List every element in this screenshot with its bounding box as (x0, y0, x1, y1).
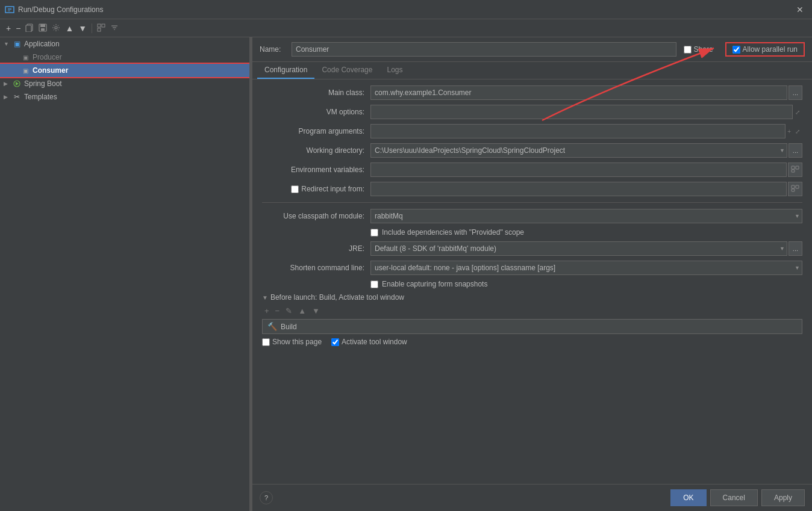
vm-options-row: VM options: ⤢ (262, 105, 802, 119)
svg-rect-0 (5, 7, 14, 13)
env-vars-label: Environment variables: (262, 166, 370, 174)
parallel-run-label: Allow parallel run (743, 45, 798, 54)
templates-icon: ✂ (12, 92, 22, 102)
settings-button[interactable] (49, 22, 63, 34)
program-args-expand-button[interactable]: ⤢ (793, 128, 802, 135)
svg-rect-17 (792, 166, 795, 169)
window-title: Run/Debug Configurations (18, 5, 793, 14)
build-item: 🔨 Build (262, 319, 802, 334)
before-launch-up-button[interactable]: ▲ (296, 305, 308, 317)
copy-config-button[interactable] (23, 22, 36, 34)
name-field-label: Name: (260, 45, 287, 54)
apply-button[interactable]: Apply (761, 489, 805, 506)
remove-config-button[interactable]: − (13, 23, 23, 34)
redirect-input[interactable] (370, 182, 787, 196)
expand-arrow-templates: ▶ (4, 94, 11, 100)
sort-button[interactable] (95, 22, 108, 34)
move-up-button[interactable]: ▲ (63, 23, 76, 34)
expand-arrow-spring-boot: ▶ (4, 81, 11, 87)
build-icon: 🔨 (267, 322, 277, 331)
share-checkbox[interactable] (684, 46, 692, 54)
program-args-input[interactable] (370, 124, 785, 138)
add-config-button[interactable]: + (4, 23, 13, 34)
before-launch-header: ▼ Before launch: Build, Activate tool wi… (262, 293, 802, 302)
main-class-browse-button[interactable]: ... (789, 85, 802, 100)
activate-tool-checkbox[interactable] (331, 338, 339, 346)
before-launch-remove-button[interactable]: − (273, 305, 283, 317)
name-input[interactable] (292, 42, 676, 57)
config-content: Main class: ... VM options: ⤢ Program ar… (252, 79, 812, 484)
jre-browse-button[interactable]: ... (789, 241, 802, 256)
application-label: Application (24, 40, 60, 48)
tab-logs[interactable]: Logs (379, 62, 410, 79)
tree-item-consumer[interactable]: ▣ Consumer (0, 64, 249, 77)
tree-item-templates[interactable]: ▶ ✂ Templates (0, 90, 249, 104)
tree-item-application[interactable]: ▼ ▣ Application (0, 37, 249, 51)
bottom-checkboxes: Show this page Activate tool window (262, 338, 802, 346)
redirect-checkbox[interactable] (291, 185, 299, 193)
working-dir-browse-button[interactable]: ... (789, 143, 802, 158)
classpath-row: Use classpath of module: rabbitMq ▼ (262, 209, 802, 223)
program-args-expand-plus-button[interactable]: + (785, 128, 793, 135)
shorten-cmd-select[interactable]: user-local default: none - java [options… (370, 261, 802, 275)
shorten-cmd-row: Shorten command line: user-local default… (262, 261, 802, 275)
before-launch-edit-button[interactable]: ✎ (283, 305, 295, 317)
enable-snapshots-checkbox[interactable] (370, 280, 378, 288)
jre-select[interactable]: Default (8 - SDK of 'rabbitMq' module) (370, 241, 787, 256)
env-vars-browse-button[interactable] (788, 163, 802, 177)
expand-arrow-application: ▼ (4, 41, 11, 47)
classpath-select[interactable]: rabbitMq (370, 209, 802, 223)
before-launch-add-button[interactable]: + (262, 305, 272, 317)
toolbar: + − ▲ ▼ (0, 19, 812, 37)
share-area: Share Allow parallel run (684, 42, 805, 57)
tab-code-coverage[interactable]: Code Coverage (314, 62, 379, 79)
before-launch-toolbar: + − ✎ ▲ ▼ (262, 305, 802, 317)
enable-snapshots-row: Enable capturing form snapshots (262, 280, 802, 288)
env-vars-input[interactable] (370, 163, 787, 177)
save-config-button[interactable] (36, 22, 49, 34)
vm-options-label: VM options: (262, 108, 370, 116)
consumer-icon: ▣ (20, 66, 30, 75)
left-panel: ▼ ▣ Application ▣ Producer ▣ Consumer ▶ (0, 37, 250, 511)
producer-label: Producer (33, 53, 62, 61)
parallel-run-checkbox[interactable] (732, 46, 740, 54)
svg-rect-6 (40, 24, 45, 27)
svg-rect-22 (792, 189, 795, 191)
help-button[interactable]: ? (260, 491, 273, 504)
show-page-label: Show this page (272, 338, 322, 346)
redirect-browse-button[interactable] (788, 182, 802, 196)
tab-configuration[interactable]: Configuration (257, 62, 314, 79)
jre-row: JRE: Default (8 - SDK of 'rabbitMq' modu… (262, 241, 802, 256)
share-label: Share (694, 45, 713, 54)
right-panel: Name: Share Allow parallel run Configura… (252, 37, 812, 511)
tree-item-producer[interactable]: ▣ Producer (0, 51, 249, 64)
main-class-input[interactable] (370, 85, 787, 100)
svg-rect-4 (26, 25, 31, 32)
tabs-bar: Configuration Code Coverage Logs (252, 62, 812, 79)
show-page-item: Show this page (262, 338, 322, 346)
jre-label: JRE: (262, 244, 370, 253)
close-button[interactable]: ✕ (793, 4, 807, 16)
title-bar: Run/Debug Configurations ✕ (0, 0, 812, 19)
before-launch-down-button[interactable]: ▼ (310, 305, 322, 317)
spring-boot-icon (12, 79, 22, 88)
working-dir-input[interactable] (370, 143, 787, 158)
ok-button[interactable]: OK (670, 489, 706, 506)
include-deps-checkbox[interactable] (370, 229, 378, 237)
activate-tool-label: Activate tool window (342, 338, 407, 346)
filter-button[interactable] (108, 22, 121, 34)
vm-options-expand-button[interactable]: ⤢ (793, 108, 802, 116)
show-page-checkbox[interactable] (262, 338, 270, 346)
main-class-label: Main class: (262, 88, 370, 97)
cancel-button[interactable]: Cancel (710, 489, 758, 506)
svg-rect-9 (98, 24, 101, 27)
enable-snapshots-label: Enable capturing form snapshots (382, 280, 487, 288)
vm-options-input[interactable] (370, 105, 793, 119)
app-icon (5, 5, 14, 14)
env-vars-row: Environment variables: (262, 163, 802, 177)
svg-point-8 (55, 26, 57, 29)
application-icon: ▣ (12, 39, 22, 49)
move-down-button[interactable]: ▼ (76, 23, 89, 34)
redirect-input-row: Redirect input from: (262, 182, 802, 196)
tree-item-spring-boot[interactable]: ▶ Spring Boot (0, 77, 249, 90)
